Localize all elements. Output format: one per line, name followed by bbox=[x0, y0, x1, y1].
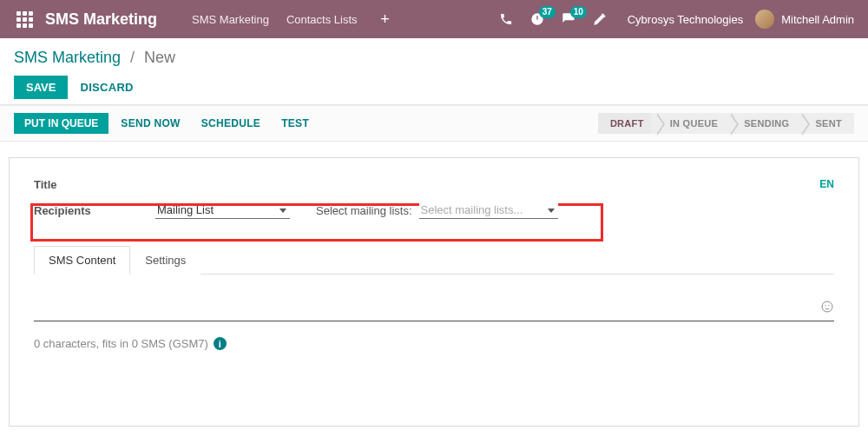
character-counter: 0 characters, fits in 0 SMS (GSM7) bbox=[34, 337, 208, 350]
svg-point-0 bbox=[822, 301, 832, 312]
statusbar: PUT IN QUEUE SEND NOW SCHEDULE TEST DRAF… bbox=[0, 105, 868, 142]
nav-new-icon[interactable]: + bbox=[375, 10, 396, 29]
navbar: SMS Marketing SMS Marketing Contacts Lis… bbox=[0, 0, 868, 38]
messages-icon[interactable]: 10 bbox=[562, 12, 575, 26]
form-sheet: Title EN Recipients Select mailing lists… bbox=[9, 157, 859, 427]
recipients-label: Recipients bbox=[34, 204, 155, 217]
tab-sms-content[interactable]: SMS Content bbox=[34, 246, 130, 275]
title-input[interactable] bbox=[155, 177, 811, 191]
title-label: Title bbox=[34, 178, 155, 191]
svg-point-2 bbox=[828, 305, 829, 306]
lang-badge[interactable]: EN bbox=[819, 178, 834, 190]
save-button[interactable]: SAVE bbox=[14, 76, 68, 99]
step-draft[interactable]: DRAFT bbox=[598, 113, 656, 134]
nav-link-contacts-lists[interactable]: Contacts Lists bbox=[286, 13, 358, 26]
control-panel: SMS Marketing / New SAVE DISCARD bbox=[0, 38, 868, 105]
username: Mitchell Admin bbox=[781, 13, 854, 26]
company-switcher[interactable]: Cybrosys Technologies bbox=[628, 13, 743, 26]
brand-title: SMS Marketing bbox=[45, 10, 157, 29]
recipients-select[interactable] bbox=[155, 202, 290, 219]
emoji-icon[interactable] bbox=[820, 300, 834, 317]
test-button[interactable]: TEST bbox=[281, 117, 309, 129]
apps-icon[interactable] bbox=[14, 9, 35, 30]
breadcrumb: SMS Marketing / New bbox=[14, 49, 854, 67]
mailing-lists-input[interactable] bbox=[419, 202, 558, 219]
activities-icon[interactable]: 37 bbox=[530, 12, 544, 26]
schedule-button[interactable]: SCHEDULE bbox=[201, 117, 260, 129]
nav-link-sms-marketing[interactable]: SMS Marketing bbox=[192, 13, 269, 26]
phone-icon[interactable] bbox=[499, 12, 513, 26]
activities-badge: 37 bbox=[539, 6, 556, 18]
breadcrumb-leaf: New bbox=[144, 49, 175, 66]
messages-badge: 10 bbox=[570, 6, 587, 18]
avatar bbox=[755, 10, 774, 29]
tab-settings[interactable]: Settings bbox=[130, 246, 201, 275]
info-icon[interactable]: i bbox=[214, 337, 227, 350]
send-now-button[interactable]: SEND NOW bbox=[121, 117, 180, 129]
user-menu[interactable]: Mitchell Admin bbox=[755, 10, 854, 29]
tabs: SMS Content Settings bbox=[34, 245, 834, 275]
svg-point-1 bbox=[825, 305, 825, 306]
put-in-queue-button[interactable]: PUT IN QUEUE bbox=[14, 113, 108, 134]
message-input[interactable] bbox=[34, 299, 834, 321]
breadcrumb-sep: / bbox=[130, 49, 135, 66]
settings-icon[interactable] bbox=[593, 12, 607, 26]
breadcrumb-root[interactable]: SMS Marketing bbox=[14, 49, 121, 66]
mailing-lists-label: Select mailing lists: bbox=[316, 204, 412, 217]
discard-button[interactable]: DISCARD bbox=[80, 81, 133, 94]
